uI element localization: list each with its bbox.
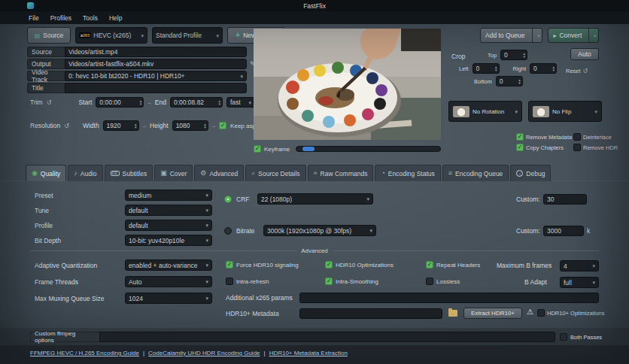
crf-label: CRF [236,196,253,203]
tab-raw-commands[interactable]: »Raw Commands [308,165,374,181]
b-adapt-select[interactable]: full [560,277,599,288]
bitrate-custom-input[interactable] [543,226,584,236]
title-bar[interactable]: FastFlix [0,0,629,11]
title-input[interactable] [65,83,247,93]
max-b-frames-select[interactable]: 4 [560,260,599,271]
keyframe-checkbox[interactable] [254,145,261,153]
tab-debug[interactable]: iDebug [510,165,551,181]
encoding-profile-value: Standard Profile [156,32,214,39]
tab-encoding-queue[interactable]: ≡Encoding Queue [442,165,509,181]
menu-help[interactable]: Help [109,14,122,22]
trim-end-input[interactable]: 0:00:08.82 [170,97,223,108]
crf-select[interactable]: 22 (1080p) [257,193,373,205]
source-input[interactable] [65,47,247,57]
crop-bottom-input[interactable]: 0 [496,76,523,86]
keep-aspect-checkbox[interactable] [219,122,226,129]
width-input[interactable]: 1920 [103,120,139,131]
output-input[interactable] [65,59,247,69]
spinner-icon[interactable] [135,123,137,129]
tab-label: Debug [526,170,545,177]
spinner-icon[interactable] [553,65,555,71]
ffmpeg-guide-link[interactable]: FFMPEG HEVC / H.265 Encoding Guide [30,350,139,356]
x265-params-input[interactable] [299,293,599,303]
add-to-queue-menu-segment[interactable] [532,29,542,42]
video-track-select[interactable]: 0: hevc 10-bit bt2020 - HDR10 | HDR10+ [65,71,247,81]
spinner-icon[interactable] [218,99,220,105]
deinterlace-checkbox[interactable] [573,133,581,141]
remove-hdr-checkbox[interactable] [573,144,581,151]
profile-select[interactable]: default [125,220,212,231]
intra-refresh-checkbox[interactable] [226,278,233,285]
height-input[interactable]: 1080 [172,120,208,131]
hdr10-optimizations-checkbox[interactable] [325,261,333,268]
max-muxing-label: Max Muxing Queue Size [35,295,125,302]
crop-right-input[interactable]: 0 [530,63,557,74]
preset-select[interactable]: medium [125,190,212,201]
bit-depth-select[interactable]: 10-bit: yuv420p10le [125,235,212,246]
remove-metadata-checkbox[interactable] [516,133,524,141]
preview-slider[interactable] [296,146,441,152]
tune-select[interactable]: default [125,205,212,216]
bitrate-radio[interactable] [224,227,232,235]
copy-chapters-checkbox[interactable] [516,144,524,151]
hdr10plus-opt-label: HDR10+ Optimizations [547,310,605,317]
max-b-frames-label: Maximum B frames [497,262,552,269]
tab-advanced[interactable]: ⚙Advanced [194,165,244,181]
tab-quality[interactable]: ◉Quality [26,165,66,181]
crop-top-label: Top [488,52,497,59]
app-icon [27,2,34,9]
crf-custom-input[interactable] [543,194,587,205]
aq-select[interactable]: enabled + auto-variance [125,259,212,271]
spinner-icon[interactable] [495,65,497,71]
hdr10plus-optimizations-checkbox[interactable] [537,309,545,317]
max-muxing-select[interactable]: 1024 [125,293,212,304]
search-icon: ⌕ [251,170,255,177]
lossless-checkbox[interactable] [426,278,433,285]
codec-select[interactable]: x265 HEVC (x265) [75,27,147,44]
flip-select[interactable]: No Flip [528,101,602,122]
resolution-reset-icon[interactable] [64,123,69,129]
tab-audio[interactable]: ♪Audio [68,165,102,181]
add-to-queue-button[interactable]: Add to Queue [480,28,542,43]
trim-start-input[interactable]: 0:00:00 [96,97,144,108]
convert-menu-segment[interactable] [588,29,598,42]
auto-crop-button[interactable]: Auto [570,48,599,60]
tab-source-details[interactable]: ⌕Source Details [245,165,305,181]
crop-left-input[interactable]: 0 [473,63,500,74]
menu-profiles[interactable]: Profiles [50,14,71,22]
repeat-headers-checkbox[interactable] [426,261,433,268]
spinner-icon[interactable] [518,78,521,84]
menu-file[interactable]: File [29,14,39,22]
spinner-icon[interactable] [204,123,206,129]
force-hdr10-checkbox[interactable] [226,261,233,268]
bitrate-select[interactable]: 3000k (1920x1080p @ 30fps) [263,225,376,236]
tab-encoding-status[interactable]: ◔Encoding Status [375,165,440,181]
menu-tools[interactable]: Tools [83,14,98,22]
trim-speed-select[interactable]: fast [226,97,255,108]
tab-subtitles[interactable]: CCSubtitles [105,165,153,181]
range-dash [147,99,150,106]
folder-icon[interactable] [448,310,457,317]
crf-radio[interactable] [224,196,232,203]
reset-crop-button[interactable]: Reset [566,68,588,74]
intra-smoothing-checkbox[interactable] [325,278,333,285]
tab-cover[interactable]: ▣Cover [154,165,193,181]
frame-threads-select[interactable]: Auto [125,276,212,287]
source-button[interactable]: Source [27,27,71,44]
hdr10plus-extraction-link[interactable]: HDR10+ Metadata Extraction [269,350,348,356]
custom-ffmpeg-input[interactable] [99,332,555,342]
spinner-icon[interactable] [140,99,142,105]
rotation-select[interactable]: No Rotation [448,101,522,122]
codecalamity-guide-link[interactable]: CodeCalamity UHD HDR Encoding Guide [148,350,260,356]
aq-row: Adaptive Quantization enabled + auto-var… [35,259,212,271]
trim-reset-icon[interactable] [47,99,52,106]
encoding-profile-select[interactable]: Standard Profile [152,27,223,44]
hdr10plus-metadata-input[interactable] [299,308,442,319]
crop-top-input[interactable]: 0 [500,50,527,60]
convert-button[interactable]: Convert [548,28,599,43]
slider-handle[interactable] [302,147,314,151]
extract-hdr10plus-button[interactable]: Extract HDR10+ [463,308,522,319]
both-passes-checkbox[interactable] [560,333,567,341]
spinner-icon[interactable] [524,52,526,58]
crop-bottom-row: Bottom 0 [474,76,523,86]
